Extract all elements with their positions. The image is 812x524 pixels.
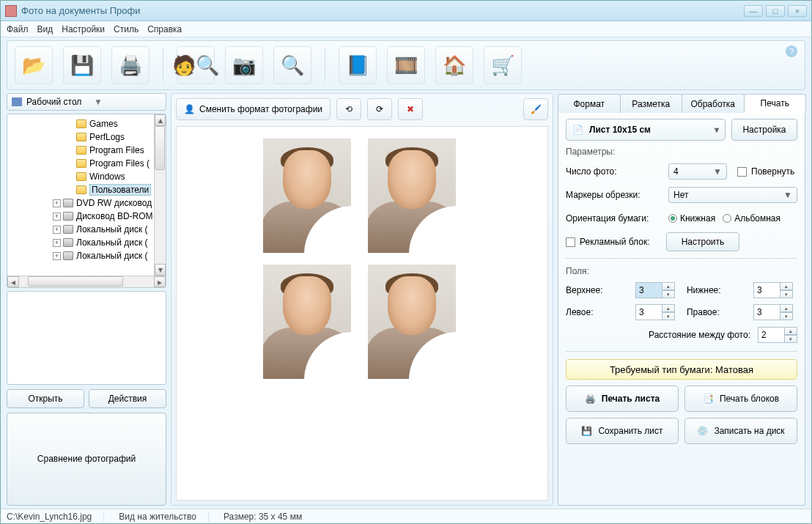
photo-slot xyxy=(263,265,351,379)
main-toolbar: 📂 💾 🖨️ 🧑‍🔍 📷 🔍 📘 🎞️ 🏠 🛒 ? xyxy=(7,40,805,90)
adblock-checkbox[interactable] xyxy=(566,237,575,247)
statusbar: C:\Kevin_Lynch16.jpg Вид на жительство Р… xyxy=(1,509,811,523)
print-canvas xyxy=(176,126,548,501)
user-search-icon: 🧑‍🔍 xyxy=(172,54,219,77)
tree-node[interactable]: Program Files xyxy=(7,144,166,157)
tree-node[interactable]: +DVD RW дисковод xyxy=(7,196,166,210)
video-button[interactable]: 🎞️ xyxy=(387,46,425,84)
photo-gap-input[interactable]: ▴▾ xyxy=(758,327,797,343)
print-button[interactable]: 🖨️ xyxy=(111,46,150,84)
chevron-down-icon: ▾ xyxy=(715,125,719,135)
user-search-button[interactable]: 🧑‍🔍 xyxy=(177,46,215,84)
page-configure-button[interactable]: Настройка xyxy=(731,119,797,141)
brush-button[interactable]: 🖌️ xyxy=(523,98,548,120)
location-combo[interactable]: Рабочий стол ▼ xyxy=(7,93,166,111)
tree-node[interactable]: +Локальный диск ( xyxy=(7,236,166,249)
open-folder-button[interactable]: 📂 xyxy=(15,46,53,84)
left-panel: Рабочий стол ▼ GamesPerfLogsProgram File… xyxy=(7,93,166,506)
cart-button[interactable]: 🛒 xyxy=(484,46,522,84)
rotate-right-button[interactable]: ⟳ xyxy=(367,98,392,120)
tree-node[interactable]: Program Files ( xyxy=(7,157,166,170)
maximize-button[interactable]: □ xyxy=(766,5,785,17)
orientation-landscape-radio[interactable]: Альбомная xyxy=(723,213,780,224)
rotate-left-icon: ⟲ xyxy=(345,104,353,114)
disc-icon: 💿 xyxy=(697,426,708,436)
floppy-icon: 💾 xyxy=(581,426,592,436)
page-size-label: Лист 10x15 см xyxy=(589,125,651,135)
folder-tree[interactable]: GamesPerfLogsProgram FilesProgram Files … xyxy=(7,114,166,288)
open-button[interactable]: Открыть xyxy=(7,389,84,408)
burn-disc-button[interactable]: 💿Записать на диск xyxy=(684,418,797,444)
zoom-button[interactable]: 🔍 xyxy=(273,46,311,84)
print-sheet-button[interactable]: 🖨️Печать листа xyxy=(566,385,679,412)
center-panel: 👤Сменить формат фотографии ⟲ ⟳ ✖ 🖌️ xyxy=(171,93,553,506)
photo-slot xyxy=(263,139,351,253)
menu-file[interactable]: Файл xyxy=(7,24,29,34)
print-blocks-button[interactable]: 📑Печать блоков xyxy=(684,385,797,412)
home-icon: 🏠 xyxy=(443,54,466,77)
change-format-button[interactable]: 👤Сменить формат фотографии xyxy=(176,98,331,120)
photo-count-select[interactable]: 4▼ xyxy=(668,163,727,180)
desktop-icon xyxy=(12,97,22,106)
status-size: Размер: 35 x 45 мм xyxy=(224,512,314,522)
margin-left-input[interactable]: ▴▾ xyxy=(635,304,675,320)
tree-node[interactable]: +Локальный диск ( xyxy=(7,223,166,236)
blocks-icon: 📑 xyxy=(703,394,714,404)
tab-processing[interactable]: Обработка xyxy=(682,94,745,113)
menu-settings[interactable]: Настройки xyxy=(62,24,105,34)
tab-layout[interactable]: Разметка xyxy=(620,94,683,113)
save-sheet-button[interactable]: 💾Сохранить лист xyxy=(566,418,679,444)
paper-type-label: Требуемый тип бумаги: Матовая xyxy=(566,359,797,380)
tab-print[interactable]: Печать xyxy=(744,94,807,113)
menu-help[interactable]: Справка xyxy=(147,24,182,34)
tabs: Формат Разметка Обработка Печать xyxy=(558,93,805,113)
margin-top-input[interactable]: ▴▾ xyxy=(635,282,675,298)
menubar: Файл Вид Настройки Стиль Справка xyxy=(1,21,811,37)
tree-hscrollbar[interactable]: ◂▸ xyxy=(7,276,166,287)
delete-button[interactable]: ✖ xyxy=(398,98,423,120)
camera-icon: 📷 xyxy=(232,54,256,77)
chevron-down-icon: ▼ xyxy=(94,97,161,107)
tree-node[interactable]: +Дисковод BD-ROM xyxy=(7,210,166,223)
home-button[interactable]: 🏠 xyxy=(435,46,473,84)
menu-style[interactable]: Стиль xyxy=(114,24,139,34)
tree-node[interactable]: Windows xyxy=(7,170,166,183)
printer-icon: 🖨️ xyxy=(585,394,596,404)
save-button[interactable]: 💾 xyxy=(63,46,101,84)
minimize-button[interactable]: — xyxy=(744,5,763,17)
rotate-checkbox[interactable] xyxy=(737,167,747,177)
status-file: C:\Kevin_Lynch16.jpg xyxy=(7,512,104,522)
titlebar: Фото на документы Профи — □ × xyxy=(1,1,811,21)
help-icon[interactable]: ? xyxy=(786,45,797,57)
printer-icon: 🖨️ xyxy=(119,54,142,77)
close-button[interactable]: × xyxy=(788,5,807,17)
window-title: Фото на документы Профи xyxy=(21,5,744,16)
orientation-portrait-radio[interactable]: Книжная xyxy=(668,213,715,224)
tree-node[interactable]: +Локальный диск ( xyxy=(7,249,166,262)
tree-node[interactable]: Пользователи xyxy=(7,183,166,196)
menu-view[interactable]: Вид xyxy=(37,24,53,34)
camera-button[interactable]: 📷 xyxy=(225,46,263,84)
user-icon: 👤 xyxy=(184,104,195,114)
help-book-button[interactable]: 📘 xyxy=(339,46,377,84)
adblock-configure-button[interactable]: Настроить xyxy=(666,232,739,251)
page-icon: 📄 xyxy=(572,125,583,135)
zoom-icon: 🔍 xyxy=(281,54,304,77)
location-label: Рабочий стол xyxy=(26,97,94,107)
tab-format[interactable]: Формат xyxy=(558,94,621,113)
app-icon xyxy=(5,5,17,17)
margin-right-input[interactable]: ▴▾ xyxy=(753,304,793,320)
tree-node[interactable]: Games xyxy=(7,117,166,130)
compare-button[interactable]: Сравнение фотографий xyxy=(7,413,166,506)
tree-node[interactable]: PerfLogs xyxy=(7,130,166,144)
actions-button[interactable]: Действия xyxy=(89,389,166,408)
tree-vscrollbar[interactable]: ▴▾ xyxy=(154,114,166,276)
margin-bottom-input[interactable]: ▴▾ xyxy=(753,282,793,298)
photo-slot xyxy=(368,265,456,379)
params-label: Параметры: xyxy=(566,147,797,157)
rotate-left-button[interactable]: ⟲ xyxy=(336,98,361,120)
page-size-select[interactable]: 📄 Лист 10x15 см ▾ xyxy=(566,119,726,141)
photo-slot xyxy=(368,139,456,253)
crop-markers-select[interactable]: Нет▼ xyxy=(668,187,797,203)
folder-icon: 📂 xyxy=(22,54,45,77)
